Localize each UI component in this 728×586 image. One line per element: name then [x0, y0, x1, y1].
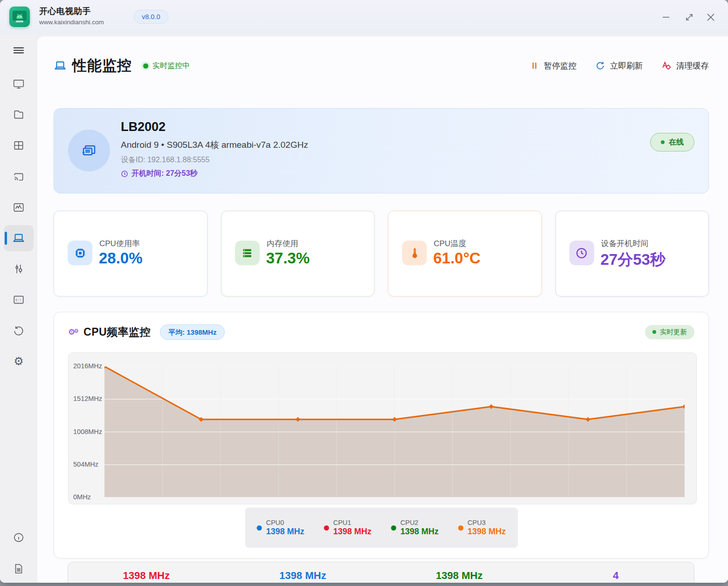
chart-title: CPU频率监控 — [83, 325, 151, 339]
titlebar: 开心电视助手 www.kaixindianshi.com v8.0.0 — [0, 0, 728, 34]
hamburger-menu-icon[interactable] — [4, 37, 34, 63]
device-specs: Android 9 • S905L3A 4核 armeabi-v7a 2.02G… — [121, 139, 308, 151]
stats-row: CPU使用率 28.0% 内存使用 37.3% — [54, 211, 709, 296]
legend-item: CPU1 1398 MHz — [324, 519, 371, 537]
cpu-temperature-card: CPU温度 61.0°C — [388, 211, 542, 296]
main-panel: 性能监控 实时监控中 暂停监控 立即刷新 清理缓存 — [37, 36, 728, 583]
maximize-button[interactable] — [682, 10, 696, 24]
svg-text:C:\: C:\ — [16, 298, 22, 302]
legend-item: CPU0 1398 MHz — [257, 519, 304, 537]
sidebar-item-tools[interactable] — [4, 256, 34, 282]
cpu-usage-card: CPU使用率 28.0% — [54, 211, 208, 296]
device-id: 设备ID: 192.168.1.88:5555 — [121, 155, 308, 165]
cpu0-dot — [257, 525, 262, 531]
frequency-summary-card: 1398 MHz 1398 MHz 1398 MHz 4 — [68, 562, 694, 583]
refresh-now-button[interactable]: 立即刷新 — [595, 60, 643, 71]
refresh-icon — [595, 61, 605, 71]
uptime-card: 设备开机时间 27分53秒 — [555, 211, 709, 296]
sidebar-item-activity-monitor[interactable] — [4, 194, 34, 221]
y-axis-label: 504MHz — [73, 461, 106, 468]
sidebar-item-files[interactable] — [4, 102, 34, 128]
frequency-plot: 2016MHz1512MHz1008MHz504MHz0MHz — [68, 352, 697, 504]
clear-cache-button[interactable]: 清理缓存 — [661, 60, 709, 71]
sidebar-item-tv-devices[interactable] — [4, 71, 34, 97]
summary-value: 1398 MHz — [68, 562, 225, 583]
device-name: LB2002 — [121, 120, 308, 134]
sidebar-item-performance-monitor[interactable] — [4, 225, 34, 251]
version-badge: v8.0.0 — [134, 10, 168, 24]
minimize-button[interactable] — [659, 10, 673, 24]
sidebar: C:\ ⚙ — [0, 34, 37, 583]
app-logo-icon — [9, 7, 30, 27]
frequency-chart-svg — [104, 366, 685, 497]
sidebar-item-apps[interactable] — [4, 132, 34, 159]
memory-usage-card: 内存使用 37.3% — [221, 211, 375, 296]
sidebar-item-about[interactable] — [4, 524, 34, 551]
thermometer-icon — [402, 241, 427, 265]
uptime-clock-icon — [569, 241, 594, 265]
cpu-frequency-card: ⚙⚙ CPU频率监控 平均: 1398MHz 实时更新 2016MHz1512M… — [54, 312, 709, 558]
page-title: 性能监控 — [72, 56, 132, 76]
app-window: 开心电视助手 www.kaixindianshi.com v8.0.0 — [0, 0, 728, 583]
app-name: 开心电视助手 — [39, 6, 104, 17]
device-avatar — [68, 130, 110, 172]
device-info-card: LB2002 Android 9 • S905L3A 4核 armeabi-v7… — [54, 108, 709, 193]
online-status-badge: 在线 — [650, 133, 694, 152]
legend-item: CPU3 1398 MHz — [458, 519, 506, 537]
clock-icon — [121, 170, 128, 178]
memory-icon — [235, 241, 260, 265]
clear-cache-icon — [661, 61, 672, 71]
legend-item: CPU2 1398 MHz — [391, 519, 439, 537]
pause-monitoring-button[interactable]: 暂停监控 — [530, 60, 576, 71]
pause-icon — [530, 61, 539, 70]
cpu1-dot — [324, 525, 329, 531]
summary-value: 1398 MHz — [225, 562, 381, 583]
average-frequency-badge: 平均: 1398MHz — [160, 324, 225, 340]
y-axis-label: 1512MHz — [73, 395, 106, 402]
live-update-dot — [652, 330, 656, 334]
cpu2-dot — [391, 525, 396, 531]
y-axis-label: 1008MHz — [73, 428, 106, 435]
summary-value: 4 — [538, 562, 694, 583]
live-status-dot — [143, 63, 148, 69]
gear-icon: ⚙ — [14, 356, 24, 367]
sidebar-item-logs[interactable] — [4, 556, 34, 582]
sidebar-item-settings[interactable]: ⚙ — [4, 348, 34, 374]
device-uptime: 开机时间: 27分53秒 — [132, 169, 197, 179]
live-status-text: 实时监控中 — [153, 61, 190, 71]
app-website: www.kaixindianshi.com — [39, 19, 104, 26]
laptop-icon — [54, 59, 67, 72]
sidebar-item-terminal[interactable]: C:\ — [4, 287, 34, 313]
y-axis-label: 0MHz — [73, 493, 106, 501]
sidebar-item-screen-cast[interactable] — [4, 164, 34, 190]
gears-icon: ⚙⚙ — [68, 328, 79, 336]
cpu-chip-icon — [68, 241, 92, 265]
online-dot — [661, 140, 665, 144]
cpu3-dot — [458, 525, 464, 531]
sidebar-item-history[interactable] — [4, 318, 34, 344]
close-button[interactable] — [704, 10, 718, 24]
live-update-badge: 实时更新 — [645, 325, 694, 339]
device-icon — [78, 140, 100, 161]
y-axis-label: 2016MHz — [73, 362, 106, 370]
chart-legend: CPU0 1398 MHz CPU1 1398 MHz CPU2 1398 MH… — [245, 508, 518, 548]
summary-value: 1398 MHz — [381, 562, 538, 583]
